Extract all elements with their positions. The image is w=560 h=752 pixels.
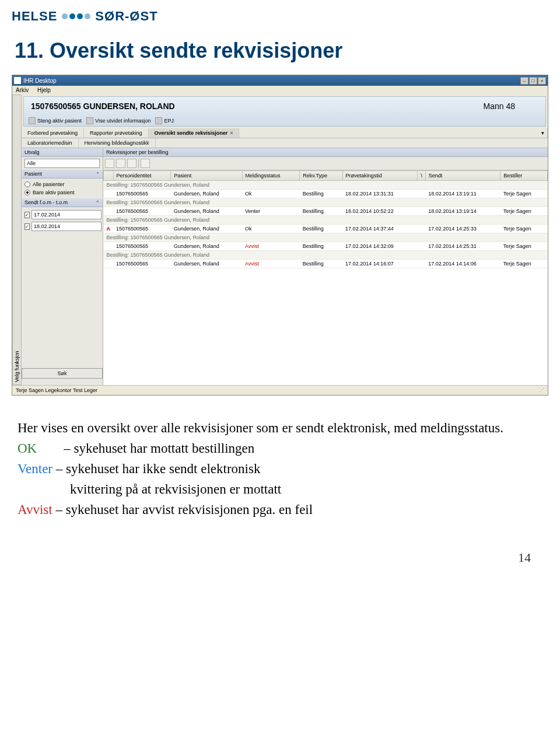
tab-henvisning[interactable]: Henvisning bildediagnostikk: [79, 138, 156, 148]
col-pasient[interactable]: Pasient: [171, 171, 242, 181]
logo-text-1: HELSE: [12, 9, 57, 24]
alert-icon: A: [104, 225, 114, 233]
resize-grip-icon[interactable]: ⋰: [539, 387, 544, 393]
menu-arkiv[interactable]: Arkiv: [16, 87, 29, 93]
collapse-icon: ⌃: [96, 200, 100, 205]
col-rekvtype[interactable]: Rekv.Type: [300, 171, 342, 181]
table-group-row[interactable]: Bestilling: 15076500565 Gundersen, Rolan…: [104, 216, 548, 225]
maximize-button[interactable]: □: [529, 77, 537, 85]
epj-button[interactable]: EPJ: [155, 117, 174, 124]
col-provetakingstid[interactable]: Prøvetakingstid: [342, 171, 418, 181]
vertical-tab-velg-funksjon[interactable]: Velg funksjon: [12, 95, 22, 385]
radio-bare-aktiv[interactable]: Bare aktiv pasient: [24, 188, 100, 197]
tab-oversikt[interactable]: Oversikt sendte rekvisisjoner×: [149, 128, 240, 138]
radio-icon: [24, 190, 30, 195]
menu-hjelp[interactable]: Hjelp: [37, 87, 51, 93]
col-sort-indicator[interactable]: \: [418, 171, 426, 181]
table-group-row[interactable]: Bestilling: 15076500565 Gundersen, Rolan…: [104, 233, 548, 242]
table-section-header: Rekvisisjoner per bestilling: [103, 148, 548, 157]
table-group-row[interactable]: Bestilling: 15076500565 Gundersen, Rolan…: [104, 251, 548, 260]
body-venter-line2: kvittering på at rekvisisjonen er mottat…: [18, 480, 542, 498]
sendt-header[interactable]: Sendt f.o.m - t.o.m⌃: [22, 198, 103, 207]
table-row[interactable]: 15076500565Gundersen, RolandOkBestilling…: [104, 190, 548, 198]
collapse-icon: ⌃: [96, 172, 100, 177]
col-sendt[interactable]: Sendt: [425, 171, 501, 181]
filter-sidebar: Utvalg Pasient⌃ Alle pasienter Bare akti…: [22, 148, 103, 385]
col-bestiller[interactable]: Bestiller: [501, 171, 548, 181]
utvalg-header: Utvalg: [22, 148, 103, 157]
tab-lab[interactable]: Laboratoriemedisin: [22, 138, 79, 148]
body-venter-line: Venter – sykehuset har ikke sendt elektr…: [18, 460, 542, 478]
tab-row-1: Forbered prøvetaking Rapporter prøvetaki…: [22, 128, 548, 138]
body-avvist-line: Avvist – sykehuset har avvist rekvisisjo…: [18, 501, 542, 519]
page-title: 11. Oversikt sendte rekvisisjoner: [0, 30, 560, 75]
radio-icon: [24, 181, 30, 187]
body-text: Her vises en oversikt over alle rekvisis…: [0, 396, 560, 533]
table-area: Rekvisisjoner per bestilling Personident…: [103, 148, 548, 385]
minimize-button[interactable]: –: [520, 77, 528, 85]
page-number: 14: [0, 533, 560, 577]
sok-button[interactable]: Søk: [22, 368, 103, 379]
rekvisisjoner-table: Personidentitet Pasient Meldingsstatus R…: [103, 170, 548, 268]
patient-id-name: 15076500565 GUNDERSEN, ROLAND: [31, 102, 175, 111]
table-row[interactable]: A15076500565Gundersen, RolandOkBestillin…: [104, 225, 548, 233]
col-personid[interactable]: Personidentitet: [113, 171, 171, 181]
date-from-input[interactable]: [32, 210, 102, 219]
table-header-row: Personidentitet Pasient Meldingsstatus R…: [104, 171, 548, 181]
info-icon: [86, 117, 93, 124]
status-text: Terje Sagen Legekontor Test Leger: [16, 387, 97, 393]
close-button[interactable]: ×: [538, 77, 546, 85]
tab-dropdown[interactable]: ▾: [536, 128, 548, 138]
date-from-checkbox[interactable]: ✓: [24, 212, 30, 218]
table-row[interactable]: 15076500565Gundersen, RolandAvvistBestil…: [104, 242, 548, 251]
tab-forbered[interactable]: Forbered prøvetaking: [22, 128, 84, 138]
radio-alle-pasienter[interactable]: Alle pasienter: [24, 180, 100, 188]
status-ok-label: OK: [18, 441, 37, 456]
window-title: IHR Desktop: [23, 78, 57, 84]
app-icon: [14, 77, 21, 84]
body-intro: Her vises en oversikt over alle rekvisis…: [18, 419, 542, 437]
patient-toolbar: Steng aktiv pasient Vise utvidet informa…: [24, 116, 545, 126]
tab-rapporter[interactable]: Rapporter prøvetaking: [84, 128, 149, 138]
epj-icon: [155, 117, 162, 124]
view-icon[interactable]: [127, 159, 136, 168]
steng-aktiv-pasient-button[interactable]: Steng aktiv pasient: [29, 117, 82, 124]
status-avvist-label: Avvist: [18, 502, 52, 517]
patient-header: 15076500565 GUNDERSEN, ROLAND Mann 48: [24, 97, 545, 116]
table-row[interactable]: 15076500565Gundersen, RolandAvvistBestil…: [104, 260, 548, 268]
print-icon[interactable]: [116, 159, 125, 168]
date-to-input[interactable]: [32, 222, 102, 231]
date-to-checkbox[interactable]: ✓: [24, 223, 30, 230]
body-ok-line: OK – sykehuset har mottatt bestillingen: [18, 439, 542, 457]
table-group-row[interactable]: Bestilling: 15076500565 Gundersen, Rolan…: [104, 198, 548, 207]
menu-bar: Arkiv Hjelp: [12, 86, 548, 95]
refresh-icon[interactable]: [105, 159, 114, 168]
status-venter-label: Venter: [18, 461, 52, 476]
logo-dots-icon: [62, 13, 90, 19]
col-meldingsstatus[interactable]: Meldingsstatus: [242, 171, 300, 181]
vis-utvidet-info-button[interactable]: Vise utvidet informasjon: [86, 117, 150, 124]
brand-logo: HELSE SØR-ØST: [0, 0, 560, 30]
logo-text-2: SØR-ØST: [95, 9, 158, 24]
patient-info: Mann 48: [484, 102, 538, 111]
table-toolbar: [103, 157, 548, 170]
window-titlebar: IHR Desktop – □ ×: [12, 75, 548, 86]
utvalg-input[interactable]: [24, 159, 100, 168]
tab-row-2: Laboratoriemedisin Henvisning bildediagn…: [22, 138, 548, 148]
close-icon[interactable]: ×: [230, 130, 233, 136]
undo-icon: [29, 117, 36, 124]
table-group-row[interactable]: Bestilling: 15076500565 Gundersen, Rolan…: [104, 181, 548, 190]
table-row[interactable]: 15076500565Gundersen, RolandVenterBestil…: [104, 207, 548, 216]
status-bar: Terje Sagen Legekontor Test Leger ⋰: [12, 385, 548, 395]
app-window: IHR Desktop – □ × Arkiv Hjelp Velg funks…: [12, 75, 548, 396]
pasient-header[interactable]: Pasient⌃: [22, 170, 103, 179]
expand-icon[interactable]: [141, 159, 150, 168]
